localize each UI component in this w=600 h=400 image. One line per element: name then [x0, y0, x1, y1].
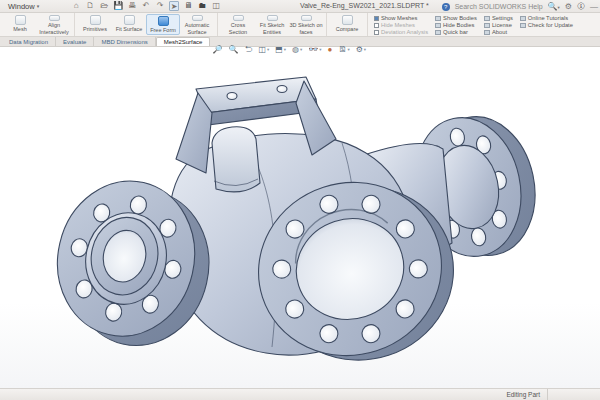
- save-icon[interactable]: 💾: [113, 1, 123, 11]
- automatic-surface-button[interactable]: Automatic Surface: [180, 14, 214, 35]
- chevron-down-icon: ▾: [37, 3, 40, 9]
- tab-data-migration[interactable]: Data Migration: [2, 37, 56, 46]
- open-icon[interactable]: 🗁: [99, 1, 109, 11]
- fit-sketch-icon: [267, 15, 278, 21]
- tutorials-icon: [520, 16, 526, 21]
- editing-mode-label: Editing Part: [506, 391, 540, 398]
- ribbon-group-surfacing: Primitives Fit Surface Free Form Automat…: [75, 13, 218, 36]
- ribbon-group-compare: Compare: [327, 13, 368, 36]
- tab-evaluate[interactable]: Evaluate: [56, 37, 94, 46]
- settings-icon: [484, 16, 490, 21]
- view-settings-icon[interactable]: ⚙▾: [356, 45, 366, 54]
- heads-up-view-toolbar: 🔎 🔍 ⮌ ◫▾ ⬒▾ ◍▾ 👓▾ ● 🖻▾ ⚙▾: [212, 45, 366, 54]
- redo-icon[interactable]: ↷: [155, 1, 165, 11]
- file-properties-icon[interactable]: ◫: [211, 1, 221, 11]
- help-search-input[interactable]: Search SOLIDWORKS Help: [455, 3, 543, 10]
- select-arrow-icon[interactable]: ➤: [169, 1, 179, 11]
- quick-access-toolbar: ⌂ 🗋 🗁 💾 🖶 ↶ ↷ ➤ 🖥 🖿 ◫: [71, 1, 221, 11]
- show-bodies-toggle[interactable]: Show Bodies: [435, 15, 477, 21]
- license-icon: [484, 23, 490, 28]
- tab-mesh2surface[interactable]: Mesh2Surface: [156, 37, 211, 46]
- settings-menu-item[interactable]: Settings: [484, 15, 513, 21]
- previous-view-icon[interactable]: ⮌: [244, 45, 252, 54]
- hide-meshes-toggle[interactable]: Hide Meshes: [374, 22, 428, 28]
- section-view-icon[interactable]: ◫▾: [258, 45, 269, 54]
- align-interactively-button[interactable]: Align Interactively: [37, 14, 71, 35]
- edit-appearance-icon[interactable]: ●: [328, 45, 333, 54]
- home-icon[interactable]: ⌂: [71, 1, 81, 11]
- compare-icon: [342, 15, 353, 25]
- mesh-icon: [15, 15, 26, 25]
- about-menu-item[interactable]: About: [484, 29, 513, 35]
- new-document-icon[interactable]: 🗋: [85, 1, 95, 11]
- apply-scene-icon[interactable]: 🖻▾: [338, 45, 349, 54]
- fit-sketch-entities-button[interactable]: Fit Sketch Entities: [255, 14, 289, 35]
- hide-show-items-icon[interactable]: 👓▾: [308, 45, 321, 54]
- 3d-sketch-icon: [301, 15, 312, 21]
- align-icon: [49, 15, 60, 21]
- help-icon[interactable]: 🛈: [577, 2, 585, 11]
- zoom-to-area-icon[interactable]: 🔍: [228, 45, 238, 54]
- titlebar-right: ? Search SOLIDWORKS Help 🔍▾ ⚙ 🛈 —: [442, 0, 598, 13]
- checkbox-icon: [374, 23, 379, 28]
- license-menu-item[interactable]: License: [484, 22, 513, 28]
- 3d-sketch-on-faces-button[interactable]: 3D Sketch on faces: [289, 14, 323, 35]
- undo-icon[interactable]: ↶: [141, 1, 151, 11]
- solidworks-help-icon: ?: [442, 3, 450, 11]
- window-menu[interactable]: Window ▾: [0, 0, 45, 12]
- quick-bar-toggle[interactable]: Quick bar: [435, 29, 477, 35]
- checkbox-icon: [374, 16, 379, 21]
- online-tutorials-link[interactable]: Online Tutorials: [520, 15, 573, 21]
- options-icon[interactable]: 🖿: [197, 1, 207, 11]
- mesh-button[interactable]: Mesh: [3, 14, 37, 35]
- checkbox-icon: [374, 30, 379, 35]
- print-icon[interactable]: 🖶: [127, 1, 137, 11]
- show-meshes-toggle[interactable]: Show Meshes: [374, 15, 428, 21]
- search-icon[interactable]: 🔍▾: [548, 2, 560, 11]
- 3d-model-valve-body[interactable]: [0, 47, 600, 388]
- ribbon-group-mesh: Mesh Align Interactively: [0, 13, 75, 36]
- primitives-icon: [90, 15, 101, 25]
- document-title: Valve_Re-Eng_SW2021_2021.SLDPRT *: [300, 2, 429, 9]
- hide-bodies-toggle[interactable]: Hide Bodies: [435, 22, 477, 28]
- ribbon-toggle-panel: Show Meshes Hide Meshes Deviation Analys…: [368, 13, 577, 36]
- tab-mbd-dimensions[interactable]: MBD Dimensions: [94, 37, 155, 46]
- cross-section-icon: [233, 15, 244, 21]
- free-form-button[interactable]: Free Form: [146, 14, 180, 35]
- fit-surface-button[interactable]: Fit Surface: [112, 14, 146, 35]
- compare-button[interactable]: Compare: [330, 14, 364, 35]
- settings-gear-icon[interactable]: ⚙: [565, 2, 572, 11]
- status-bar: Editing Part: [0, 388, 600, 400]
- primitives-button[interactable]: Primitives: [78, 14, 112, 35]
- view-orientation-icon[interactable]: ⬒▾: [275, 45, 286, 54]
- free-form-icon: [158, 16, 169, 26]
- ribbon-group-sketch: Cross Section Fit Sketch Entities 3D Ske…: [218, 13, 327, 36]
- command-manager-ribbon: Mesh Align Interactively Primitives Fit …: [0, 13, 600, 37]
- rebuild-icon[interactable]: 🖥: [183, 1, 193, 11]
- deviation-analysis-toggle[interactable]: Deviation Analysis: [374, 29, 428, 35]
- zoom-to-fit-icon[interactable]: 🔎: [212, 45, 222, 54]
- cross-section-button[interactable]: Cross Section: [221, 14, 255, 35]
- window-menu-label: Window: [8, 2, 35, 11]
- about-icon: [484, 30, 490, 35]
- title-bar: Window ▾ ⌂ 🗋 🗁 💾 🖶 ↶ ↷ ➤ 🖥 🖿 ◫ Valve_Re-…: [0, 0, 600, 13]
- update-icon: [520, 23, 526, 28]
- bodies-icon: [435, 23, 441, 28]
- bodies-icon: [435, 16, 441, 21]
- graphics-viewport[interactable]: 🔎 🔍 ⮌ ◫▾ ⬒▾ ◍▾ 👓▾ ● 🖻▾ ⚙▾: [0, 47, 600, 388]
- check-for-update-link[interactable]: Check for Update: [520, 22, 573, 28]
- quick-bar-icon: [435, 30, 441, 35]
- fit-surface-icon: [124, 15, 135, 25]
- display-style-icon[interactable]: ◍▾: [292, 45, 302, 54]
- automatic-surface-icon: [192, 15, 203, 21]
- statusbar-divider: [547, 389, 548, 400]
- minimize-button[interactable]: —: [590, 2, 598, 11]
